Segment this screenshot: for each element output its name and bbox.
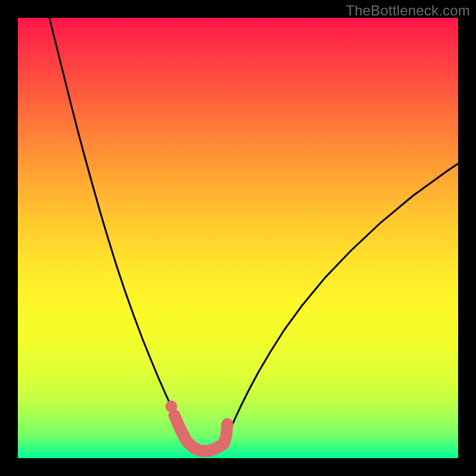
curve-svg <box>18 18 458 458</box>
highlight-dot-upper-right <box>221 418 233 430</box>
highlight-dot-upper-left <box>165 400 177 412</box>
chart-frame: TheBottleneck.com <box>0 0 476 476</box>
floor-glyph <box>174 415 227 451</box>
watermark-text: TheBottleneck.com <box>346 2 470 19</box>
right-curve <box>223 164 458 442</box>
plot-area <box>18 18 458 458</box>
left-curve <box>49 18 190 443</box>
